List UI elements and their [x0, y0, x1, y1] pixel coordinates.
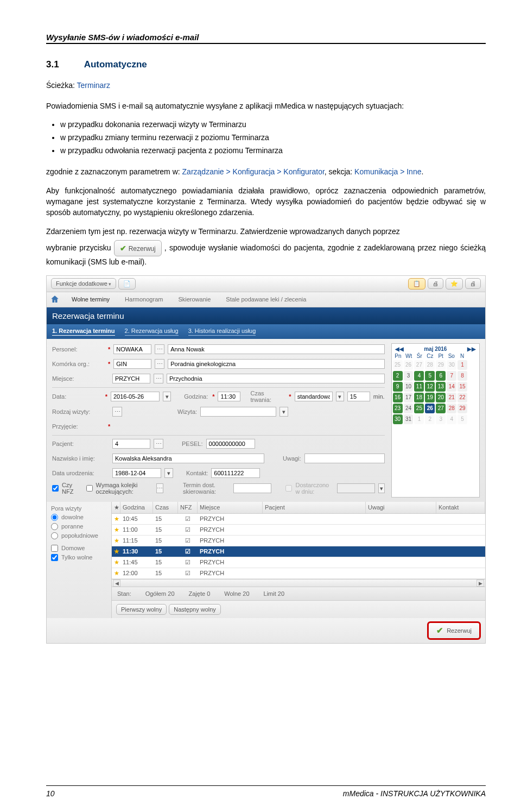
subtab-historia[interactable]: 3. Historia realizacji usług	[188, 328, 256, 336]
lookup-button[interactable]: ⋯	[154, 374, 163, 383]
radio-popoludniowe[interactable]: popołudniowe	[51, 532, 107, 539]
toolbar-icon-button[interactable]: 🖨	[428, 278, 443, 289]
czas-type-input[interactable]	[295, 392, 333, 401]
tab-stale[interactable]: Stale podawane leki / zlecenia	[223, 294, 309, 305]
miejsce-code-input[interactable]	[112, 374, 150, 383]
label-przyjecie: Przyjęcie:	[52, 423, 104, 430]
label-kontakt: Kontakt:	[186, 470, 208, 476]
main-tabs: Wolne terminy Harmonogram Skierowanie St…	[47, 292, 485, 307]
lookup-button[interactable]: ⋯	[155, 359, 164, 369]
toolbar-icon-button[interactable]: ⭐	[446, 278, 463, 289]
label-godzina: Godzina:	[184, 393, 208, 400]
label-personel: Personel:	[52, 346, 104, 353]
kontakt-input[interactable]	[211, 468, 260, 478]
paragraph-functionality: Aby funkcjonalność automatycznego powiad…	[46, 185, 486, 218]
next-free-button[interactable]: Następny wolny	[169, 604, 221, 615]
lookup-button[interactable]: ⋯	[155, 344, 164, 354]
radio-dowolne[interactable]: dowolne	[51, 514, 107, 521]
date-input[interactable]	[111, 392, 160, 401]
paragraph-intro: Powiadomienia SMS i e-mail są automatycz…	[46, 100, 486, 111]
sub-tabs: 1. Rezerwacja terminu 2. Rezerwacja usłu…	[47, 324, 485, 339]
czy-nfz-checkbox[interactable]	[52, 485, 59, 492]
section-title: Automatyczne	[84, 59, 147, 70]
wizyta-input[interactable]	[200, 407, 276, 417]
check-domowe[interactable]: Domowe	[51, 545, 107, 552]
sidebar-title: Pora wizyty	[51, 505, 107, 512]
miejsce-name-input[interactable]	[167, 374, 385, 383]
page-footer: 10 mMedica - INSTRUKCJA UŻYTKOWNIKA	[46, 785, 486, 798]
schedule-row[interactable]: ★11:1515☑PRZYCH	[112, 536, 485, 546]
label-miejsce: Miejsce:	[52, 375, 104, 382]
label-komorka: Komórka org.:	[52, 361, 104, 367]
mini-calendar[interactable]: ◀◀ maj 2016 ▶▶ PnWtŚrCzPtSoN 25262728293…	[391, 343, 480, 498]
section-number: 3.1	[46, 59, 59, 70]
page-number: 10	[46, 789, 55, 798]
subtab-rezerwacja-uslug[interactable]: 2. Rezerwacja usług	[125, 328, 179, 336]
subtab-rezerwacja-terminu[interactable]: 1. Rezerwacja terminu	[52, 328, 115, 336]
cal-next-icon[interactable]: ▶▶	[465, 346, 478, 352]
toolbar-icon-button[interactable]: 🖨	[465, 278, 481, 289]
cal-prev-icon[interactable]: ◀◀	[393, 346, 406, 352]
paragraph-config: zgodnie z zaznaczonym parametrem w: Zarz…	[46, 166, 486, 177]
time-input[interactable]	[218, 392, 240, 401]
label-czy-nfz: Czy NFZ	[62, 482, 79, 495]
label-pacjent: Pacjent:	[52, 440, 104, 447]
date-dropdown[interactable]: ▾	[163, 392, 171, 401]
birthdate-dropdown[interactable]: ▾	[164, 468, 173, 478]
schedule-row[interactable]: ★10:4515☑PRZYCH	[112, 514, 485, 525]
footer-text: mMedica - INSTRUKCJA UŻYTKOWNIKA	[343, 789, 486, 798]
path-label: Ścieżka:	[46, 81, 75, 90]
bullet-item: w przypadku dokonania rezerwacji wizyty …	[60, 119, 486, 131]
label-min: min.	[373, 393, 385, 400]
personel-code-input[interactable]	[113, 344, 151, 354]
komorka-name-input[interactable]	[168, 359, 384, 369]
reserve-button[interactable]: ✔Rezerwuj	[427, 621, 481, 640]
nazwisko-input[interactable]	[112, 454, 264, 463]
label-termin-dost: Termin dost. skierowania:	[183, 482, 231, 495]
section-banner: Rezerwacja terminu	[47, 307, 485, 324]
schedule-row[interactable]: ★11:3015☑PRZYCH	[112, 546, 485, 557]
functions-dropdown[interactable]: Funkcje dodatkowe	[51, 278, 116, 289]
lookup-button[interactable]: ⋯	[156, 483, 163, 493]
path-value: Terminarz	[77, 81, 110, 90]
pesel-input[interactable]	[206, 439, 255, 449]
czas-dropdown[interactable]: ▾	[336, 392, 344, 401]
label-wymaga: Wymaga kolejki oczekujących:	[96, 482, 153, 495]
label-wizyta: Wizyta:	[177, 408, 197, 415]
wizyta-dropdown[interactable]: ▾	[279, 407, 288, 417]
app-screenshot: Funkcje dodatkowe 📄 📋 🖨 ⭐ 🖨 Wolne termin…	[46, 275, 486, 644]
tab-skierowanie[interactable]: Skierowanie	[175, 294, 214, 305]
schedule-row[interactable]: ★11:0015☑PRZYCH	[112, 525, 485, 536]
termin-dost-input[interactable]	[233, 483, 271, 493]
schedule-row[interactable]: ★11:4515☑PRZYCH	[112, 557, 485, 568]
lookup-button[interactable]: ⋯	[154, 439, 163, 449]
personel-name-input[interactable]	[168, 344, 384, 354]
label-czas: Czas trwania:	[250, 390, 284, 403]
first-free-button[interactable]: Pierwszy wolny	[116, 604, 167, 615]
toolbar-warn-icon[interactable]: 📋	[408, 278, 425, 289]
reserve-inline-button: ✔Rezerwuj	[114, 240, 162, 256]
horizontal-scrollbar[interactable]: ◀▶	[112, 579, 485, 587]
radio-poranne[interactable]: poranne	[51, 523, 107, 530]
check-tylko-wolne[interactable]: Tylko wolne	[51, 554, 107, 561]
uwagi-input[interactable]	[304, 454, 385, 463]
schedule-row[interactable]: ★12:0015☑PRZYCH	[112, 568, 485, 579]
dostarczono-checkbox	[285, 485, 292, 492]
lookup-button[interactable]: ⋯	[112, 407, 122, 417]
pacjent-input[interactable]	[112, 439, 150, 449]
bullet-item: w przypadku zmiany terminu rezerwacji z …	[60, 132, 486, 144]
komorka-code-input[interactable]	[113, 359, 151, 369]
home-icon[interactable]	[50, 294, 60, 304]
wymaga-checkbox[interactable]	[86, 485, 93, 492]
czas-val-input[interactable]	[347, 392, 370, 401]
birthdate-input[interactable]	[112, 468, 161, 478]
header-separator	[46, 43, 486, 44]
tab-harmonogram[interactable]: Harmonogram	[122, 294, 166, 305]
toolbar-icon-button[interactable]: 📄	[118, 278, 136, 289]
page-header-title: Wysyłanie SMS-ów i wiadomości e-mail	[46, 33, 486, 42]
schedule-header: ★ GodzinaCzasNFZMiejscePacjentUwagiKonta…	[112, 502, 485, 514]
label-dostarczono: Dostarczono w dniu:	[295, 482, 333, 495]
schedule-sidebar: Pora wizyty dowolne poranne popołudniowe…	[47, 502, 112, 618]
tab-free-terms[interactable]: Wolne terminy	[68, 294, 113, 305]
paragraph-event: Zdarzeniem tym jest np. rezerwacja wizyt…	[46, 226, 486, 237]
